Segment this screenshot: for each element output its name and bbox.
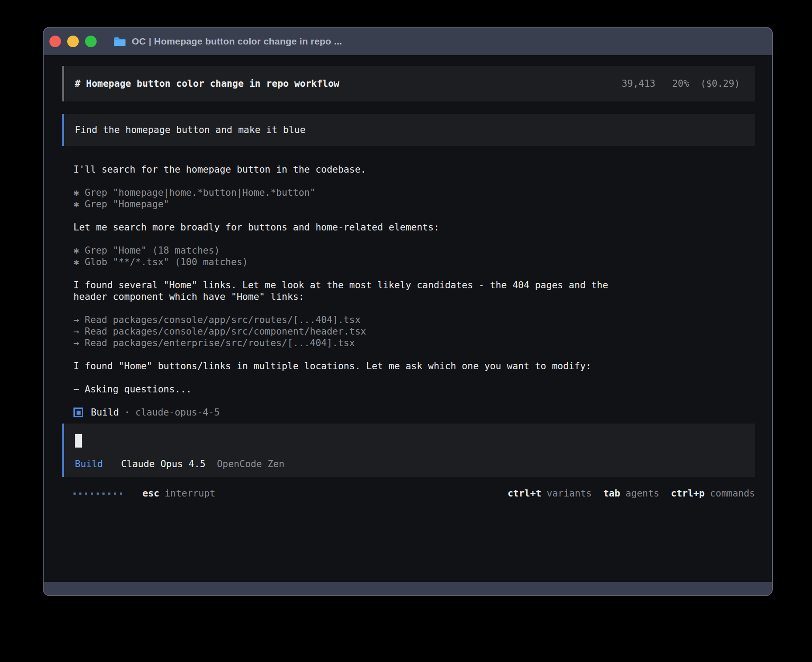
session-header: # Homepage button color change in repo w… bbox=[62, 66, 755, 101]
agent-status-row: Build · claude-opus-4-5 bbox=[73, 407, 755, 418]
window-title: OC | Homepage button color change in rep… bbox=[132, 36, 342, 47]
context-percent: 20% bbox=[672, 78, 689, 89]
tool-call-grep: ✱ Grep "Homepage" bbox=[73, 198, 643, 210]
assistant-text: Let me search more broadly for buttons a… bbox=[73, 222, 643, 233]
hint-agents: tab agents bbox=[603, 488, 659, 499]
statusbar-right: ctrl+t variants tab agents ctrl+p comman… bbox=[496, 488, 755, 499]
session-cost: ($0.29) bbox=[700, 78, 740, 89]
hint-commands: ctrl+p commands bbox=[671, 488, 755, 499]
minimize-button[interactable] bbox=[67, 36, 79, 47]
statusbar-left: esc interrupt bbox=[73, 488, 215, 499]
titlebar: OC | Homepage button color change in rep… bbox=[44, 28, 772, 55]
tool-call-read: → Read packages/console/app/src/componen… bbox=[73, 326, 643, 337]
input-provider-label: OpenCode Zen bbox=[217, 459, 284, 469]
agent-model: claude-opus-4-5 bbox=[135, 407, 220, 418]
tool-call-grep: ✱ Grep "homepage|home.*button|Home.*butt… bbox=[73, 187, 643, 198]
terminal-window: OC | Homepage button color change in rep… bbox=[43, 27, 773, 596]
window-bottom-edge bbox=[44, 582, 772, 595]
prompt-input[interactable]: Build Claude Opus 4.5 OpenCode Zen bbox=[62, 424, 755, 477]
close-button[interactable] bbox=[49, 36, 61, 47]
hint-variants: ctrl+t variants bbox=[508, 488, 592, 499]
dot-separator: · bbox=[124, 407, 130, 418]
agent-build-icon bbox=[73, 408, 83, 417]
tool-call-group: ✱ Grep "homepage|home.*button|Home.*butt… bbox=[73, 187, 643, 210]
assistant-status-text: ~ Asking questions... bbox=[73, 383, 643, 395]
tool-call-group: → Read packages/console/app/src/routes/[… bbox=[73, 314, 643, 349]
session-stats: 39,413 20% ($0.29) bbox=[621, 78, 740, 89]
transcript: I'll search for the homepage button in t… bbox=[73, 164, 643, 395]
progress-dots-spinner bbox=[73, 492, 126, 495]
tool-call-grep: ✱ Grep "Home" (18 matches) bbox=[73, 245, 643, 256]
folder-icon bbox=[114, 36, 126, 47]
text-cursor bbox=[75, 434, 82, 448]
esc-key-hint: esc bbox=[142, 488, 159, 499]
tool-call-read: → Read packages/enterprise/src/routes/[.… bbox=[73, 337, 643, 349]
esc-key-label: interrupt bbox=[165, 488, 215, 499]
tool-call-group: ✱ Grep "Home" (18 matches) ✱ Glob "**/*.… bbox=[73, 245, 643, 268]
input-meta-row: Build Claude Opus 4.5 OpenCode Zen bbox=[75, 458, 744, 470]
user-message: Find the homepage button and make it blu… bbox=[62, 114, 755, 146]
assistant-text: I found "Home" buttons/links in multiple… bbox=[73, 360, 643, 372]
statusbar: esc interrupt ctrl+t variants tab agents… bbox=[73, 488, 755, 499]
assistant-text: I found several "Home" links. Let me loo… bbox=[73, 279, 643, 303]
zoom-button[interactable] bbox=[85, 36, 97, 47]
input-agent-label: Build bbox=[75, 459, 103, 469]
assistant-text: I'll search for the homepage button in t… bbox=[73, 164, 643, 175]
user-message-text: Find the homepage button and make it blu… bbox=[75, 125, 305, 135]
token-count: 39,413 bbox=[621, 78, 655, 89]
tool-call-read: → Read packages/console/app/src/routes/[… bbox=[73, 314, 643, 326]
session-title: # Homepage button color change in repo w… bbox=[75, 78, 339, 89]
tool-call-glob: ✱ Glob "**/*.tsx" (100 matches) bbox=[73, 256, 643, 268]
terminal-content: # Homepage button color change in repo w… bbox=[44, 55, 772, 583]
input-model-label: Claude Opus 4.5 bbox=[121, 459, 206, 469]
agent-name: Build bbox=[91, 407, 119, 418]
